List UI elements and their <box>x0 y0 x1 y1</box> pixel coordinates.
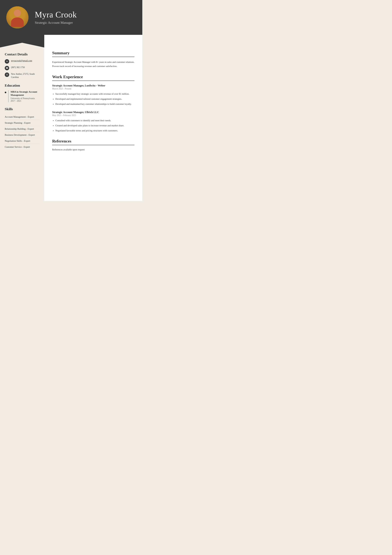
work-experience-section: Work Experience Strategic Account Manage… <box>52 74 134 132</box>
job-block: Strategic Account Manager, Ullrich LLCMa… <box>52 111 134 132</box>
education-item: MBA in Strategic Account Management Univ… <box>5 90 40 102</box>
candidate-title: Strategic Account Manager <box>35 21 77 25</box>
edu-degree: MBA in Strategic Account Management <box>11 90 40 96</box>
contact-phone-item: ☎ (907) 382 1750 <box>5 66 40 70</box>
job-bullet: Created and developed sales plans to inc… <box>55 124 134 127</box>
header-text: Myra Crook Strategic Account Manager <box>35 10 77 25</box>
job-block: Strategic Account Manager, Lueilwitz - W… <box>52 84 134 106</box>
phone-icon: ☎ <box>5 66 9 70</box>
summary-section: Summary Experienced Strategic Account Ma… <box>52 51 134 68</box>
contact-location-item: ⦿ New Amber, 27272, South Carolina <box>5 73 40 79</box>
skill-item: Customer Service - Expert <box>5 144 40 150</box>
edu-details: MBA in Strategic Account Management Univ… <box>8 90 40 102</box>
job-bullets: Successfully managed key strategic accou… <box>52 92 134 106</box>
email-value: myracrook@gmail.com <box>11 59 32 62</box>
email-icon: ✉ <box>5 59 9 64</box>
skill-item: Strategic Planning - Expert <box>5 120 40 126</box>
skill-item: Relationship Building - Expert <box>5 126 40 132</box>
skills-list: Account Management - ExpertStrategic Pla… <box>5 114 40 150</box>
job-date: May 2021 - February 2023 <box>52 114 134 117</box>
job-title: Strategic Account Manager, Ullrich LLC <box>52 111 134 114</box>
job-bullet: Developed and implemented tailored custo… <box>55 97 134 101</box>
skills-section-title: Skills <box>5 107 40 111</box>
summary-section-title: Summary <box>52 51 134 57</box>
sidebar: Contact Details ✉ myracrook@gmail.com ☎ … <box>0 43 44 201</box>
main-layout: Contact Details ✉ myracrook@gmail.com ☎ … <box>0 43 142 201</box>
edu-bullet-icon <box>5 92 6 93</box>
skill-item: Account Management - Expert <box>5 114 40 120</box>
edu-years: 2017 - 2021 <box>11 100 40 102</box>
header: Myra Crook Strategic Account Manager <box>0 0 142 35</box>
location-icon: ⦿ <box>5 73 9 77</box>
contact-email-item: ✉ myracrook@gmail.com <box>5 59 40 64</box>
job-bullets: Consulted with customers to identify and… <box>52 119 134 132</box>
job-bullet: Consulted with customers to identify and… <box>55 119 134 122</box>
skill-item: Business Development - Expert <box>5 132 40 138</box>
job-bullet: Negotiated favorable terms and pricing s… <box>55 129 134 132</box>
phone-value: (907) 382 1750 <box>11 66 25 69</box>
job-date: March 2023 - Present <box>52 88 134 90</box>
job-bullet: Developed and maintained key customer re… <box>55 102 134 106</box>
references-section: References References available upon req… <box>52 139 134 151</box>
job-title: Strategic Account Manager, Lueilwitz - W… <box>52 84 134 87</box>
job-bullet: Successfully managed key strategic accou… <box>55 92 134 96</box>
skill-item: Negotiation Skills - Expert <box>5 138 40 144</box>
work-section-title: Work Experience <box>52 74 134 81</box>
references-text: References available upon request <box>52 148 134 151</box>
references-section-title: References <box>52 139 134 145</box>
summary-text: Experienced Strategic Account Manager wi… <box>52 60 134 68</box>
location-value: New Amber, 27272, South Carolina <box>11 73 40 79</box>
edu-school: University of Pennsylvania <box>11 97 40 100</box>
jobs-container: Strategic Account Manager, Lueilwitz - W… <box>52 84 134 132</box>
education-section-title: Education <box>5 83 40 88</box>
avatar <box>6 6 29 29</box>
content-area: Summary Experienced Strategic Account Ma… <box>44 43 142 201</box>
contact-section-title: Contact Details <box>5 52 40 56</box>
candidate-name: Myra Crook <box>35 10 77 19</box>
